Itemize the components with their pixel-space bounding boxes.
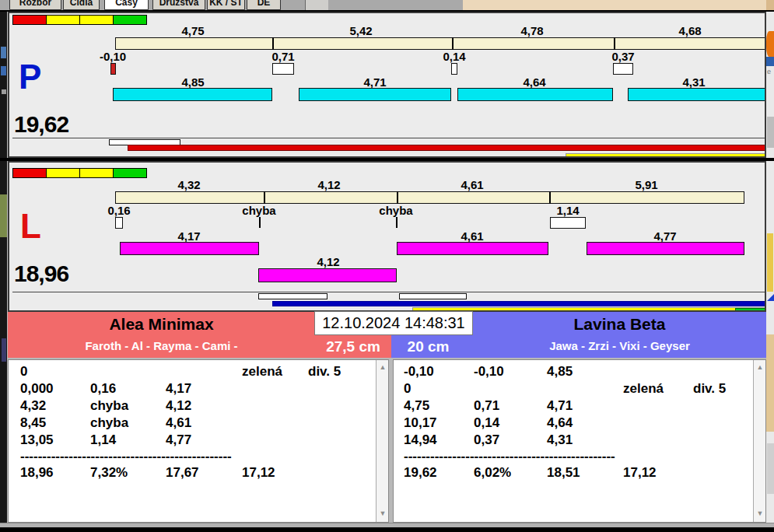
scroll-down-icon[interactable]: ▼ [754, 509, 766, 517]
tab-de[interactable]: DE [247, 0, 281, 10]
dog-time-bar [587, 242, 744, 255]
cross-time-label: 0,16 [72, 205, 166, 216]
team-left-results-table: 0zelenádiv. 5 0,0000,164,17 4,32chyba4,1… [8, 359, 389, 523]
background-window-fragment [766, 0, 774, 10]
cell: -0,10 [474, 363, 547, 380]
cell: 17,67 [166, 464, 242, 481]
segment-divider [272, 37, 274, 50]
scrollbar[interactable]: ▲ ▼ [376, 360, 389, 522]
dog-time-label: 4,12 [282, 257, 375, 268]
table-row: -0,10-0,104,85 [404, 363, 746, 380]
cell: 4,31 [547, 432, 623, 449]
tab-cidla[interactable]: Čidla [63, 0, 100, 10]
cell: 0 [20, 363, 90, 380]
left-edge-background [0, 12, 7, 527]
team-left-jump-height: 27,5 cm [315, 337, 391, 357]
tab-rozbor[interactable]: Rozbor [9, 0, 61, 10]
scroll-up-icon[interactable]: ▲ [376, 363, 389, 371]
team-right-lineup: Jawa - Zrzi - Vixi - Geyser [473, 339, 766, 352]
segment-divider [549, 191, 551, 204]
error-tick [396, 217, 398, 228]
timeline-blue-bar [272, 301, 766, 306]
cell: 1,14 [90, 432, 166, 449]
legend-yellow-box [79, 15, 114, 25]
background-window-fragment [463, 0, 766, 10]
cross-time-label: 0,37 [576, 51, 670, 62]
table-row: 10,170,144,64 [404, 415, 746, 432]
cell [547, 380, 623, 397]
cell [242, 432, 308, 449]
legend-red-box [12, 15, 47, 25]
dog-time-label: 4,64 [488, 77, 581, 88]
segment-time-label: 4,78 [485, 26, 579, 37]
cross-marker [272, 63, 294, 75]
timeline-white-bar [258, 293, 327, 299]
tab-kk-st[interactable]: KK / ST [207, 0, 245, 10]
background-window-fragment [0, 194, 7, 237]
tab-bar: Rozbor Čidla Časy Družstva KK / ST DE [0, 0, 774, 10]
strip-divider-line [12, 292, 765, 292]
scroll-up-icon[interactable]: ▲ [754, 363, 766, 371]
lane-p-total: 19,62 [14, 111, 68, 138]
background-window-fragment: e [767, 68, 774, 75]
table-row: 8,45chyba4,61 [20, 415, 362, 432]
cell: 4,32 [20, 397, 90, 415]
segment-time-label: 4,32 [142, 180, 236, 191]
lane-p-letter: P [19, 61, 41, 93]
legend-green-box [113, 168, 147, 178]
table-row: 0zelenádiv. 5 [20, 363, 362, 380]
cell [308, 415, 362, 432]
cell: 4,85 [547, 363, 623, 380]
dog-time-bar [113, 88, 272, 101]
cell [166, 363, 242, 380]
dog-time-label: 4,71 [328, 77, 422, 88]
cell [308, 464, 362, 481]
tab-label: KK / ST [209, 0, 243, 8]
cell: 13,05 [20, 432, 90, 449]
cell: 7,32% [90, 464, 166, 481]
error-tick [259, 217, 261, 228]
cell [693, 363, 746, 380]
background-window-fragment [766, 334, 774, 432]
cell: 0,37 [474, 432, 547, 449]
background-window-fragment [767, 443, 774, 494]
table-totals-row: 19,626,02%18,5117,12 [404, 464, 746, 481]
cell [623, 363, 693, 380]
table-divider: ----------------------------------------… [404, 449, 615, 464]
cell [693, 464, 746, 481]
tab-label: Rozbor [19, 0, 51, 8]
cell: chyba [90, 415, 166, 432]
cross-marker [613, 63, 633, 75]
tab-casy-selected[interactable]: Časy [104, 0, 149, 10]
cell: 4,17 [166, 380, 242, 397]
legend-yellow-box [46, 168, 80, 178]
table-divider: ----------------------------------------… [20, 449, 232, 464]
lane-l-letter: L [20, 211, 41, 242]
dog-time-label: 4,31 [647, 77, 741, 88]
cell: 18,51 [547, 464, 623, 481]
team-right-name: Lavina Beta [473, 315, 766, 334]
segment-time-label: 5,42 [314, 26, 408, 37]
cross-time-label: 0,71 [236, 51, 330, 62]
tab-label: Časy [115, 0, 138, 8]
cell: 0,16 [90, 380, 166, 397]
cell [308, 432, 362, 449]
scroll-down-icon[interactable]: ▼ [376, 509, 389, 517]
table-totals-row: 18,967,32%17,6717,12 [20, 464, 362, 481]
lane-p-panel: P 4,75 5,42 4,78 4,68 -0,10 0,71 0,14 0,… [8, 12, 766, 158]
app-window: Rozbor Čidla Časy Družstva KK / ST DE e [0, 0, 774, 532]
cross-marker-red [110, 63, 116, 75]
cell: 0,71 [474, 397, 547, 415]
tab-druzstva[interactable]: Družstva [152, 0, 205, 10]
cell [693, 432, 746, 449]
cell: 14,94 [404, 432, 474, 449]
cell: 10,17 [404, 415, 474, 432]
dog-time-bar [299, 88, 451, 101]
tab-label: Čidla [70, 0, 93, 8]
scrollbar[interactable]: ▲ ▼ [753, 360, 766, 522]
legend-yellow-box [79, 168, 114, 178]
cell: 4,77 [166, 432, 242, 449]
background-window-fragment [1, 66, 6, 75]
segment-divider [614, 37, 615, 50]
cell [242, 380, 308, 397]
